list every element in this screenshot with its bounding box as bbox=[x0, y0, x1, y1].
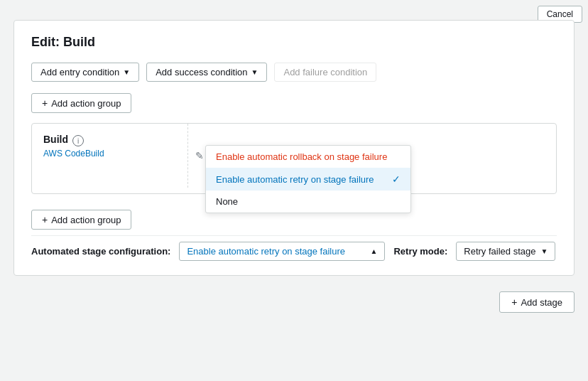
page-title: Edit: Build bbox=[31, 35, 557, 50]
stage-left: Build i AWS CodeBuild bbox=[32, 124, 188, 188]
stage-right: ✎ + Add action Enable automatic rollback… bbox=[188, 124, 556, 188]
dropdown-menu: Enable automatic rollback on stage failu… bbox=[205, 145, 411, 213]
add-success-condition-button[interactable]: Add success condition ▼ bbox=[146, 63, 267, 82]
aws-codebuild-link[interactable]: AWS CodeBuild bbox=[43, 149, 104, 159]
none-option-label: None bbox=[216, 196, 238, 207]
retry-mode-label: Retry mode: bbox=[393, 246, 447, 257]
stage-box: Build i AWS CodeBuild ✎ + Add action bbox=[31, 123, 557, 194]
add-entry-condition-button[interactable]: Add entry condition ▼ bbox=[31, 63, 139, 82]
add-action-group-bottom-label: Add action group bbox=[51, 215, 121, 225]
plus-icon-top: + bbox=[42, 97, 48, 109]
add-stage-button[interactable]: + Add stage bbox=[499, 291, 575, 313]
checkmark-icon: ✓ bbox=[392, 173, 401, 185]
automated-config-dropdown[interactable]: Enable automatic retry on stage failure … bbox=[179, 242, 385, 261]
retry-mode-caret-icon: ▼ bbox=[540, 247, 548, 255]
add-action-group-top-button[interactable]: + Add action group bbox=[31, 93, 131, 113]
plus-icon-bottom: + bbox=[42, 214, 48, 225]
rollback-option-label: Enable automatic rollback on stage failu… bbox=[216, 151, 387, 162]
dropdown-item-none[interactable]: None bbox=[206, 190, 410, 213]
pencil-icon[interactable]: ✎ bbox=[195, 150, 204, 161]
stage-name: Build bbox=[43, 134, 68, 145]
info-icon[interactable]: i bbox=[72, 135, 84, 146]
edit-panel: Edit: Build Add entry condition ▼ Add su… bbox=[13, 20, 575, 276]
retry-option-label: Enable automatic retry on stage failure bbox=[216, 174, 374, 185]
dropdown-item-rollback[interactable]: Enable automatic rollback on stage failu… bbox=[206, 146, 410, 168]
toolbar-row: Add entry condition ▼ Add success condit… bbox=[31, 63, 557, 82]
dropdown-item-retry[interactable]: Enable automatic retry on stage failure … bbox=[206, 168, 410, 190]
success-condition-caret-icon: ▼ bbox=[251, 68, 258, 76]
add-failure-condition-button: Add failure condition bbox=[274, 63, 376, 82]
retry-mode-value: Retry failed stage bbox=[464, 246, 535, 257]
automated-config-row: Automated stage configuration: Enable au… bbox=[31, 235, 557, 264]
automated-config-value: Enable automatic retry on stage failure bbox=[187, 246, 345, 257]
add-action-group-top-label: Add action group bbox=[51, 98, 121, 109]
add-action-group-bottom-button[interactable]: + Add action group bbox=[31, 210, 131, 230]
entry-condition-caret-icon: ▼ bbox=[123, 68, 130, 76]
automated-config-label: Automated stage configuration: bbox=[31, 246, 170, 257]
retry-mode-dropdown[interactable]: Retry failed stage ▼ bbox=[456, 242, 555, 261]
automated-config-caret-icon: ▲ bbox=[371, 247, 378, 255]
add-stage-plus-icon: + bbox=[511, 296, 517, 308]
add-stage-label: Add stage bbox=[521, 297, 562, 308]
